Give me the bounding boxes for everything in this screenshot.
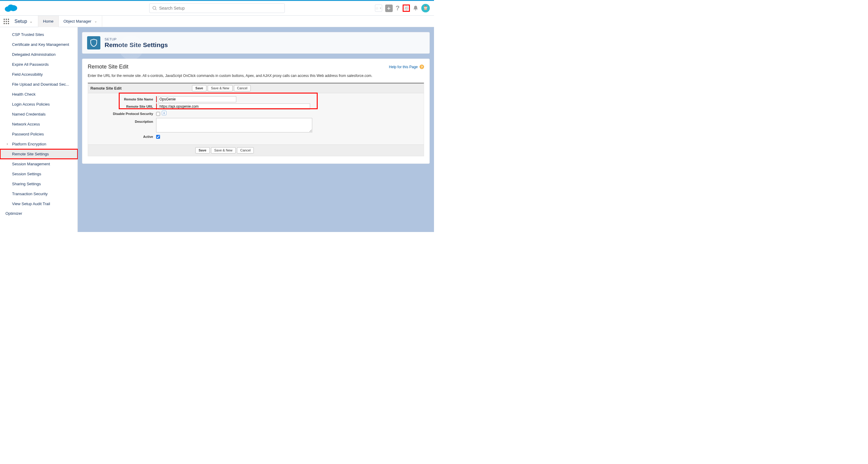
sidebar-item-session-management[interactable]: Session Management	[0, 159, 78, 169]
search-input[interactable]	[159, 6, 281, 10]
save-button-top[interactable]: Save	[192, 85, 207, 91]
save-button-bottom[interactable]: Save	[195, 147, 210, 153]
disable-protocol-checkbox[interactable]	[156, 112, 160, 116]
favorites-dropdown[interactable]: ☆▼	[375, 4, 382, 12]
sidebar-item-delegated-admin[interactable]: Delegated Administration	[0, 50, 78, 59]
notifications-bell-icon[interactable]	[413, 5, 418, 11]
sidebar-item-transaction-security[interactable]: Transaction Security	[0, 189, 78, 199]
svg-point-5	[405, 7, 407, 9]
svg-point-3	[153, 6, 156, 9]
description-textarea[interactable]	[156, 118, 312, 133]
tab-label: Home	[43, 19, 54, 24]
page-description: Enter the URL for the remote site. All s…	[88, 74, 424, 78]
help-for-page-link[interactable]: Help for this Page ?	[389, 64, 424, 69]
page-header: SETUP Remote Site Settings	[82, 32, 430, 54]
svg-point-2	[8, 4, 14, 9]
user-avatar[interactable]	[421, 4, 430, 12]
classic-page-title: Remote Site Edit	[88, 64, 128, 70]
svg-line-11	[407, 9, 408, 10]
sidebar-item-login-access-policies[interactable]: Login Access Policies	[0, 99, 78, 109]
sidebar-item-sharing-settings[interactable]: Sharing Settings	[0, 179, 78, 189]
chevron-down-icon: ⌄	[94, 19, 97, 23]
required-indicator	[156, 96, 157, 102]
sidebar-item-session-settings[interactable]: Session Settings	[0, 169, 78, 179]
app-launcher-icon[interactable]	[4, 19, 9, 24]
page-title: Remote Site Settings	[104, 41, 168, 49]
active-checkbox[interactable]	[156, 135, 160, 139]
tab-label: Object Manager	[64, 19, 92, 24]
sidebar-item-health-check[interactable]: Health Check	[0, 89, 78, 99]
label-remote-site-name: Remote Site Name	[90, 96, 156, 102]
global-header: ☆▼ ＋ ?	[0, 1, 434, 16]
sidebar-item-cert-key-management[interactable]: Certificate and Key Management	[0, 39, 78, 50]
remote-site-name-input[interactable]	[158, 96, 236, 102]
sidebar-item-view-audit-trail[interactable]: View Setup Audit Trail	[0, 199, 78, 209]
sidebar-group-optimizer[interactable]: Optimizer	[0, 209, 78, 218]
help-qmark-icon: ?	[420, 64, 424, 69]
salesforce-logo	[4, 4, 18, 13]
app-name-label: Setup	[14, 19, 27, 24]
sidebar-item-remote-site-settings[interactable]: Remote Site Settings	[0, 149, 78, 159]
label-disable-protocol: Disable Protocol Security	[90, 111, 156, 117]
global-actions-icon[interactable]: ＋	[385, 4, 393, 12]
sidebar-item-platform-encryption[interactable]: Platform Encryption	[0, 139, 78, 149]
required-indicator	[156, 104, 157, 110]
setup-sidebar: CSP Trusted Sites Certificate and Key Ma…	[0, 27, 78, 232]
svg-line-10	[404, 6, 405, 7]
cancel-button-top[interactable]: Cancel	[234, 85, 251, 91]
save-new-button-bottom[interactable]: Save & New	[211, 147, 236, 153]
label-description: Description	[90, 118, 156, 124]
search-icon	[153, 6, 157, 10]
context-bar: Setup ⌄ Home Object Manager ⌄	[0, 16, 434, 27]
content-area: SETUP Remote Site Settings Remote Site E…	[78, 27, 434, 232]
page-eyebrow: SETUP	[104, 37, 168, 41]
shield-icon	[87, 36, 100, 50]
save-new-button-top[interactable]: Save & New	[208, 85, 233, 91]
setup-gear-icon[interactable]	[403, 4, 410, 12]
sidebar-item-file-upload-security[interactable]: File Upload and Download Sec...	[0, 79, 78, 89]
svg-line-13	[407, 6, 408, 7]
sidebar-item-password-policies[interactable]: Password Policies	[0, 129, 78, 139]
sidebar-item-expire-passwords[interactable]: Expire All Passwords	[0, 59, 78, 69]
tab-home[interactable]: Home	[38, 16, 59, 27]
global-search[interactable]	[149, 3, 285, 13]
sidebar-item-named-credentials[interactable]: Named Credentials	[0, 109, 78, 119]
sidebar-item-csp-trusted-sites[interactable]: CSP Trusted Sites	[0, 30, 78, 39]
label-active: Active	[90, 134, 156, 140]
svg-line-4	[156, 9, 156, 10]
help-icon[interactable]: ?	[396, 4, 400, 12]
sidebar-item-field-accessibility[interactable]: Field Accessibility	[0, 69, 78, 79]
section-title: Remote Site Edit	[90, 86, 121, 90]
help-link-text: Help for this Page	[389, 65, 418, 69]
app-name-caret[interactable]: ⌄	[30, 19, 33, 24]
classic-frame: Remote Site Edit Help for this Page ? En…	[82, 59, 430, 164]
edit-block: Remote Site Edit Save Save & New Cancel …	[88, 83, 424, 156]
cancel-button-bottom[interactable]: Cancel	[237, 147, 254, 153]
sidebar-item-network-access[interactable]: Network Access	[0, 119, 78, 129]
remote-site-url-input[interactable]	[158, 104, 310, 110]
svg-line-12	[404, 9, 405, 10]
svg-point-14	[415, 9, 416, 10]
info-icon[interactable]: i	[162, 111, 166, 115]
tab-object-manager[interactable]: Object Manager ⌄	[59, 16, 102, 27]
label-remote-site-url: Remote Site URL	[90, 104, 156, 110]
